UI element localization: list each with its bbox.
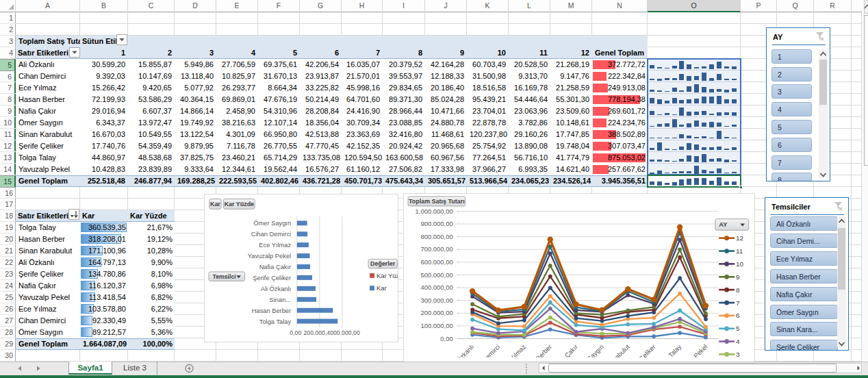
svg-text:Toplam Satış Tutarı: Toplam Satış Tutarı: [409, 198, 465, 205]
svg-text:Ali Özkanlı: Ali Özkanlı: [261, 286, 291, 292]
svg-text:700.000,00: 700.000,00: [420, 245, 452, 253]
svg-text:Tolga Talay: Tolga Talay: [259, 318, 292, 325]
svg-text:7: 7: [736, 299, 740, 307]
svg-text:600.000,00: 600.000,00: [420, 258, 452, 266]
svg-text:0,00: 0,00: [290, 329, 301, 336]
svg-text:Nafia Çakır: Nafia Çakır: [551, 343, 579, 362]
svg-text:900.000,00: 900.000,00: [420, 220, 452, 227]
svg-text:Kar: Kar: [210, 201, 220, 207]
svg-text:10: 10: [736, 260, 744, 268]
svg-text:Kar Yüzde: Kar Yüzde: [225, 201, 254, 207]
svg-text:Ece Yılmaz: Ece Yılmaz: [259, 242, 291, 249]
svg-text:Hasan Berber: Hasan Berber: [252, 307, 291, 314]
svg-text:Tolga Talay: Tolga Talay: [654, 343, 682, 362]
svg-text:4: 4: [736, 338, 740, 345]
svg-text:8: 8: [736, 286, 740, 294]
svg-text:0,00: 0,00: [440, 335, 452, 342]
svg-text:Sinan...: Sinan...: [270, 297, 292, 303]
svg-text:400.000,00: 400.000,00: [420, 284, 452, 291]
svg-text:Yavuzalp Pekel: Yavuzalp Pekel: [248, 253, 291, 260]
svg-text:12: 12: [736, 234, 744, 242]
svg-text:Temsilci: Temsilci: [213, 273, 236, 280]
svg-text:Ömer Saygın: Ömer Saygın: [573, 343, 605, 362]
svg-text:300.000,00: 300.000,00: [420, 297, 452, 304]
svg-text:800.000,00: 800.000,00: [420, 233, 452, 240]
svg-text:Değerler: Değerler: [370, 260, 396, 267]
svg-text:500.000,00: 500.000,00: [420, 271, 452, 279]
svg-text:Kar Yüz: Kar Yüz: [376, 272, 398, 279]
svg-text:Kar: Kar: [376, 284, 387, 292]
svg-text:100.000,00: 100.000,00: [420, 322, 452, 329]
svg-text:200.000,4000.000,00: 200.000,4000.000,00: [303, 329, 359, 336]
svg-text:9: 9: [736, 273, 740, 281]
svg-text:Ömer Saygın: Ömer Saygın: [253, 220, 291, 227]
svg-text:Şerife Çeliker: Şerife Çeliker: [624, 343, 657, 362]
svg-text:3: 3: [736, 351, 740, 358]
svg-text:Şerife Çeliker: Şerife Çeliker: [253, 275, 291, 281]
svg-text:6: 6: [736, 312, 740, 319]
svg-text:1.000.000,00: 1.000.000,00: [416, 207, 453, 215]
svg-text:Cihan Demirci: Cihan Demirci: [251, 231, 291, 238]
svg-text:Ece Yılmaz: Ece Yılmaz: [499, 343, 528, 362]
svg-text:AY: AY: [719, 220, 728, 228]
svg-text:Nafia Çakır: Nafia Çakır: [259, 264, 292, 270]
svg-text:Ali Özkanlı: Ali Özkanlı: [448, 343, 476, 362]
svg-text:200.000,00: 200.000,00: [420, 309, 452, 316]
svg-text:11: 11: [736, 247, 743, 255]
svg-text:5: 5: [736, 325, 740, 332]
